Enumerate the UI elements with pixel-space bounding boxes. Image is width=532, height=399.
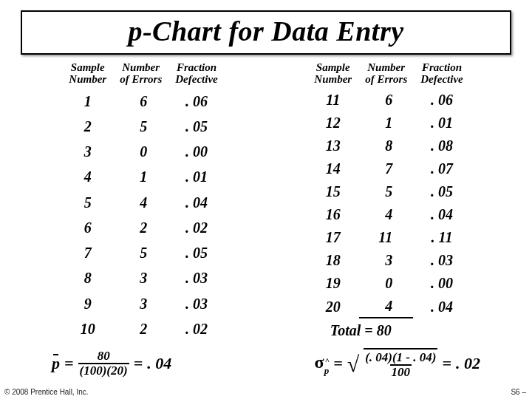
cell-errors: 3 [359, 250, 413, 271]
cell-sample: 1 [63, 89, 112, 113]
title-box: p-Chart for Data Entry [21, 10, 511, 55]
equals: = [64, 354, 74, 373]
cell-errors: 3 [114, 292, 168, 316]
cell-fraction: . 05 [169, 115, 223, 138]
table-row: 62. 02 [63, 216, 223, 239]
equals: = [333, 354, 343, 373]
pbar-num: 80 [96, 349, 112, 364]
cell-fraction: . 06 [415, 89, 468, 111]
table-row: 30. 00 [63, 140, 223, 163]
right-table: Sample Number Number of Errors Fraction … [307, 61, 470, 342]
cell-fraction: . 11 [415, 227, 468, 248]
cell-fraction: . 07 [415, 158, 468, 180]
sqrt-icon: √ [347, 358, 359, 369]
pbar-symbol: p [52, 354, 60, 373]
col-fraction: Fraction Defective [415, 62, 468, 88]
col-sample: Sample Number [308, 62, 358, 88]
total-row: Total = 80 [308, 320, 468, 341]
table-row: 93. 03 [63, 292, 223, 316]
table-row: 75. 05 [63, 241, 223, 265]
cell-errors: 11 [359, 227, 413, 248]
cell-sample: 9 [63, 292, 112, 316]
sigma-symbol: σp [315, 352, 330, 375]
cell-sample: 20 [308, 296, 358, 318]
cell-errors: 4 [359, 296, 413, 318]
table-row: 183. 03 [308, 250, 468, 271]
cell-fraction: . 04 [415, 296, 468, 318]
cell-fraction: . 01 [415, 112, 468, 134]
left-table: Sample Number Number of Errors Fraction … [61, 61, 225, 342]
equals: = [442, 354, 451, 373]
cell-errors: 3 [114, 266, 168, 290]
table-row: 83. 03 [63, 266, 223, 290]
cell-errors: 6 [114, 89, 168, 113]
cell-sample: 15 [308, 181, 358, 202]
cell-errors: 0 [114, 140, 168, 163]
cell-fraction: . 05 [169, 241, 223, 265]
cell-fraction: . 02 [169, 317, 223, 341]
table-row: 164. 04 [308, 204, 468, 225]
cell-sample: 4 [63, 165, 112, 188]
data-tables: Sample Number Number of Errors Fraction … [0, 61, 532, 342]
table-row: 204. 04 [308, 296, 468, 318]
cell-sample: 2 [63, 115, 112, 138]
col-errors: Number of Errors [114, 62, 168, 88]
table-row: 41. 01 [63, 165, 223, 188]
total-value: 80 [377, 322, 392, 338]
cell-errors: 7 [359, 158, 413, 180]
sigma-fraction: (. 04)(1 - . 04) 100 [364, 348, 437, 380]
cell-errors: 5 [114, 115, 168, 138]
cell-sample: 13 [308, 135, 358, 157]
table-row: 155. 05 [308, 181, 468, 202]
cell-errors: 0 [359, 273, 413, 294]
cell-sample: 7 [63, 241, 112, 265]
cell-sample: 18 [308, 250, 358, 271]
sigma-num: (. 04)(1 - . 04) [364, 351, 437, 365]
cell-errors: 4 [359, 204, 413, 225]
table-row: 138. 08 [308, 135, 468, 157]
cell-sample: 14 [308, 158, 358, 180]
col-fraction: Fraction Defective [169, 62, 223, 88]
cell-fraction: . 03 [415, 250, 468, 271]
table-row: 54. 04 [63, 191, 223, 214]
cell-errors: 1 [359, 112, 413, 134]
cell-fraction: . 02 [169, 216, 223, 239]
table-row: 190. 00 [308, 273, 468, 294]
page-title: p-Chart for Data Entry [22, 15, 510, 47]
cell-sample: 5 [63, 191, 112, 214]
cell-fraction: . 08 [415, 135, 468, 157]
cell-fraction: . 04 [169, 191, 223, 214]
cell-errors: 5 [114, 241, 168, 265]
col-sample: Sample Number [63, 62, 112, 88]
cell-fraction: . 06 [169, 89, 223, 113]
sigma-formula: σp = √ (. 04)(1 - . 04) 100 = . 02 [315, 348, 480, 380]
cell-errors: 2 [114, 216, 168, 239]
table-row: 121. 01 [308, 112, 468, 134]
page-number: S6 – [511, 388, 526, 396]
cell-fraction: . 03 [169, 266, 223, 290]
pbar-den: (100)(20) [78, 363, 129, 378]
cell-errors: 8 [359, 135, 413, 157]
cell-fraction: . 03 [169, 292, 223, 316]
table-row: 25. 05 [63, 115, 223, 138]
cell-errors: 5 [359, 181, 413, 202]
formulas-row: p = 80 (100)(20) = . 04 σp = √ (. 04)(1 … [0, 348, 532, 380]
table-row: 116. 06 [308, 89, 468, 111]
sigma-value: . 02 [456, 354, 480, 373]
cell-errors: 2 [114, 317, 168, 341]
pbar-value: . 04 [147, 354, 171, 373]
cell-sample: 8 [63, 266, 112, 290]
cell-sample: 10 [63, 317, 112, 341]
cell-fraction: . 00 [415, 273, 468, 294]
pbar-fraction: 80 (100)(20) [78, 349, 129, 378]
table-row: 1711. 11 [308, 227, 468, 248]
cell-fraction: . 00 [169, 140, 223, 163]
cell-sample: 19 [308, 273, 358, 294]
table-row: 102. 02 [63, 317, 223, 341]
cell-fraction: . 05 [415, 181, 468, 202]
cell-sample: 11 [308, 89, 358, 111]
copyright: © 2008 Prentice Hall, Inc. [4, 388, 89, 396]
cell-sample: 3 [63, 140, 112, 163]
sigma-den: 100 [390, 364, 412, 380]
equals: = [134, 354, 143, 373]
